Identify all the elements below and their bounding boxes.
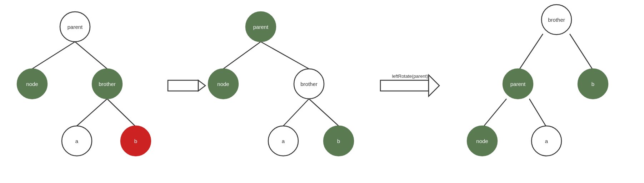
label-brother-t3: brother: [548, 17, 565, 23]
edge-brother-a-t2: [283, 99, 309, 126]
edge-brother-b-t2: [309, 99, 339, 126]
edge-brother-parent-t3: [520, 34, 543, 69]
arrow2-label: leftRotate(parent): [392, 73, 428, 79]
label-parent-t2: parent: [253, 24, 269, 30]
label-parent-t3: parent: [510, 81, 526, 87]
edge-parent-node-t3: [484, 99, 506, 126]
label-brother-t2: brother: [300, 81, 318, 87]
edge-parent-a-t3: [529, 99, 546, 126]
edge-brother-a-t1: [77, 99, 107, 126]
label-a-t3: a: [545, 138, 548, 144]
label-parent-t1: parent: [68, 24, 83, 30]
label-node-t2: node: [217, 81, 229, 87]
label-b-t2: b: [337, 138, 340, 144]
label-b-t3: b: [591, 81, 594, 87]
label-brother-t1: brother: [99, 81, 116, 87]
edge-brother-b-t1: [107, 99, 135, 126]
edge-parent-brother-t1: [75, 42, 107, 69]
label-node-t3: node: [476, 138, 488, 144]
arrow2-head: [429, 75, 439, 96]
label-a-t1: a: [75, 138, 79, 144]
edge-brother-b-t3: [570, 34, 592, 69]
arrow1: [198, 80, 205, 91]
label-b-t1: b: [134, 138, 137, 144]
label-node-t1: node: [26, 81, 38, 87]
arrow1-body: [168, 80, 198, 91]
label-a-t2: a: [282, 138, 285, 144]
edge-parent-node-t1: [32, 42, 75, 69]
diagram-container: parent node brother a b parent node brot…: [0, 0, 644, 183]
arrow2-body: [380, 80, 429, 91]
edge-parent-node-t2: [223, 42, 261, 69]
edge-parent-brother-t2: [261, 42, 309, 69]
